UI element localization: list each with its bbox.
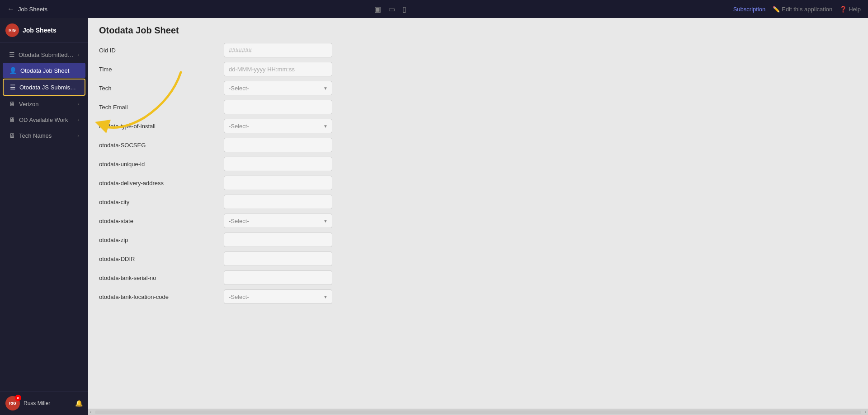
old-id-input[interactable] (224, 43, 332, 57)
mobile-icon[interactable]: ▯ (402, 5, 406, 14)
app-logo: RIG (5, 23, 19, 37)
page-header: Otodata Job Sheet (88, 18, 868, 39)
time-input[interactable] (224, 62, 332, 76)
avatar: RIG 8 (5, 396, 20, 410)
field-label-tank-location-code: otodata-tank-location-code (99, 294, 217, 300)
user-name: Russ Miller (24, 400, 71, 406)
bell-icon[interactable]: 🔔 (75, 400, 83, 407)
top-bar-right: Subscription ✏️ Edit this application ❓ … (733, 6, 861, 13)
sidebar-item-label: Tech Names (19, 132, 74, 139)
subscription-link[interactable]: Subscription (733, 6, 766, 13)
edit-application-button[interactable]: ✏️ Edit this application (773, 6, 832, 13)
content-area: Otodata Job Sheet Old ID Time Tech -Sele… (88, 18, 868, 415)
main-layout: RIG Job Sheets ☰ Otodata Submitted ... ›… (0, 18, 868, 415)
form-row-zip: otodata-zip (99, 233, 857, 247)
sidebar-item-od-available-work[interactable]: 🖥 OD Available Work › (3, 112, 85, 127)
sidebar-item-otodata-job-sheet[interactable]: 👤 Otodata Job Sheet (3, 63, 85, 78)
form-row-tank-serial-no: otodata-tank-serial-no (99, 270, 857, 285)
top-bar-title: Job Sheets (18, 6, 47, 13)
field-label-tech-email: Tech Email (99, 104, 217, 111)
monitor-icon[interactable]: ▣ (374, 5, 381, 14)
form-row-delivery-address: otodata-delivery-address (99, 176, 857, 190)
tank-serial-no-input[interactable] (224, 270, 332, 285)
form-row-socseg: otodata-SOCSEG (99, 138, 857, 152)
tank-location-code-select[interactable]: -Select- (224, 289, 332, 304)
form-row-type-of-install: otodata-type-of-install -Select- (99, 119, 857, 133)
tank-location-code-select-wrapper: -Select- (224, 289, 332, 304)
sidebar-app-title: Job Sheets (23, 27, 57, 34)
ddir-input[interactable] (224, 252, 332, 266)
field-label-tank-serial-no: otodata-tank-serial-no (99, 275, 217, 281)
form-row-old-id: Old ID (99, 43, 857, 57)
scroll-left-button[interactable]: ‹ (88, 410, 93, 415)
monitor-icon: 🖥 (9, 100, 15, 107)
field-label-unique-id: otodata-unique-id (99, 161, 217, 168)
field-label-delivery-address: otodata-delivery-address (99, 180, 217, 187)
sidebar-item-label: Otodata Submitted ... (19, 51, 74, 58)
sidebar-item-label: Verizon (19, 101, 74, 107)
list-icon: ☰ (10, 84, 16, 91)
page-title: Otodata Job Sheet (99, 25, 857, 36)
sidebar-item-otodata-js-submissi[interactable]: ☰ Otodata JS Submissi... (3, 79, 85, 96)
list-icon: ☰ (9, 51, 15, 58)
field-label-type-of-install: otodata-type-of-install (99, 123, 217, 130)
sidebar-item-otodata-submitted[interactable]: ☰ Otodata Submitted ... › (3, 47, 85, 62)
state-select-wrapper: -Select- (224, 214, 332, 228)
form-container: Old ID Time Tech -Select- Tech Email (88, 39, 868, 409)
sidebar-item-label: OD Available Work (19, 117, 74, 123)
top-bar-left: ← Job Sheets (7, 5, 47, 13)
type-of-install-select[interactable]: -Select- (224, 119, 332, 133)
tech-select-wrapper: -Select- (224, 81, 332, 95)
chevron-right-icon: › (77, 52, 79, 57)
chevron-right-icon: › (77, 133, 79, 138)
sidebar-footer: RIG 8 Russ Miller 🔔 (0, 391, 88, 415)
notification-badge: 8 (15, 395, 21, 401)
top-bar-center: ▣ ▭ ▯ (374, 5, 406, 14)
chevron-right-icon: › (77, 117, 79, 122)
field-label-old-id: Old ID (99, 47, 217, 54)
user-icon: 👤 (9, 67, 17, 74)
field-label-state: otodata-state (99, 218, 217, 224)
field-label-zip: otodata-zip (99, 237, 217, 243)
top-bar: ← Job Sheets ▣ ▭ ▯ Subscription ✏️ Edit … (0, 0, 868, 18)
pencil-icon: ✏️ (773, 6, 780, 13)
monitor-icon: 🖥 (9, 116, 15, 123)
scroll-track (95, 410, 861, 414)
tech-select[interactable]: -Select- (224, 81, 332, 95)
sidebar-nav: ☰ Otodata Submitted ... › 👤 Otodata Job … (0, 43, 88, 391)
sidebar-item-label: Otodata Job Sheet (20, 67, 79, 74)
help-icon: ❓ (840, 6, 847, 13)
delivery-address-input[interactable] (224, 176, 332, 190)
sidebar-item-verizon[interactable]: 🖥 Verizon › (3, 96, 85, 112)
sidebar-header: RIG Job Sheets (0, 18, 88, 43)
field-label-time: Time (99, 66, 217, 73)
form-row-tech-email: Tech Email (99, 100, 857, 114)
field-label-socseg: otodata-SOCSEG (99, 142, 217, 149)
type-of-install-select-wrapper: -Select- (224, 119, 332, 133)
bottom-scrollbar[interactable]: ‹ › (88, 409, 868, 415)
form-row-ddir: otodata-DDIR (99, 252, 857, 266)
state-select[interactable]: -Select- (224, 214, 332, 228)
monitor-icon: 🖥 (9, 132, 15, 139)
field-label-ddir: otodata-DDIR (99, 256, 217, 262)
sidebar-item-tech-names[interactable]: 🖥 Tech Names › (3, 128, 85, 143)
sidebar-item-label: Otodata JS Submissi... (19, 84, 78, 91)
sidebar: RIG Job Sheets ☰ Otodata Submitted ... ›… (0, 18, 88, 415)
form-row-time: Time (99, 62, 857, 76)
form-row-unique-id: otodata-unique-id (99, 157, 857, 171)
socseg-input[interactable] (224, 138, 332, 152)
form-row-tank-location-code: otodata-tank-location-code -Select- (99, 289, 857, 304)
chevron-right-icon: › (77, 101, 79, 107)
form-row-city: otodata-city (99, 195, 857, 209)
field-label-tech: Tech (99, 85, 217, 92)
unique-id-input[interactable] (224, 157, 332, 171)
form-row-state: otodata-state -Select- (99, 214, 857, 228)
scroll-right-button[interactable]: › (863, 410, 868, 415)
form-row-tech: Tech -Select- (99, 81, 857, 95)
zip-input[interactable] (224, 233, 332, 247)
help-button[interactable]: ❓ Help (840, 6, 861, 13)
tablet-icon[interactable]: ▭ (388, 5, 395, 14)
tech-email-input[interactable] (224, 100, 332, 114)
city-input[interactable] (224, 195, 332, 209)
back-button[interactable]: ← (7, 5, 14, 13)
